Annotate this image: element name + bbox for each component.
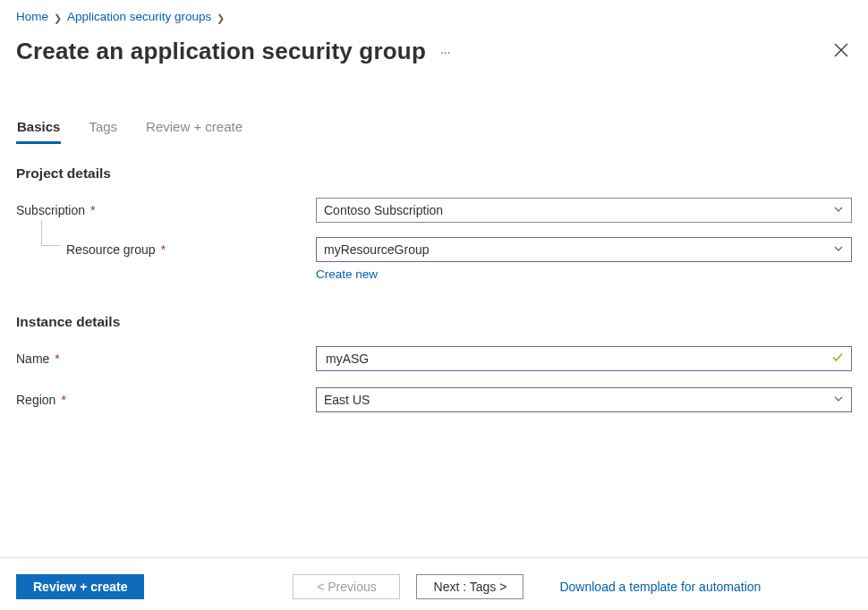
tree-connector-icon bbox=[41, 221, 61, 246]
required-asterisk: * bbox=[55, 352, 59, 366]
tab-bar: Basics Tags Review + create bbox=[16, 119, 852, 144]
subscription-value: Contoso Subscription bbox=[324, 203, 443, 217]
label-subscription: Subscription * bbox=[16, 198, 316, 223]
next-button[interactable]: Next : Tags > bbox=[416, 574, 523, 599]
chevron-down-icon bbox=[833, 242, 844, 257]
label-resource-group: Resource group * bbox=[16, 237, 316, 262]
create-new-resource-group-link[interactable]: Create new bbox=[316, 267, 378, 281]
tab-tags[interactable]: Tags bbox=[88, 119, 118, 144]
check-icon bbox=[831, 352, 844, 367]
page-title: Create an application security group bbox=[16, 38, 426, 65]
breadcrumb-home[interactable]: Home bbox=[16, 8, 48, 26]
subscription-dropdown[interactable]: Contoso Subscription bbox=[316, 198, 852, 223]
previous-button[interactable]: < Previous bbox=[293, 574, 400, 599]
download-template-link[interactable]: Download a template for automation bbox=[559, 580, 761, 594]
label-name-text: Name bbox=[16, 352, 49, 366]
name-input-wrapper bbox=[316, 346, 852, 371]
section-project-details: Project details bbox=[16, 165, 852, 182]
chevron-down-icon bbox=[833, 393, 844, 407]
chevron-down-icon bbox=[833, 203, 844, 217]
label-region-text: Region bbox=[16, 393, 55, 407]
section-instance-details: Instance details bbox=[16, 314, 852, 330]
chevron-right-icon: ❯ bbox=[54, 9, 62, 27]
footer-action-bar: Review + create < Previous Next : Tags >… bbox=[0, 557, 868, 610]
name-input[interactable] bbox=[324, 347, 844, 370]
label-name: Name * bbox=[16, 346, 316, 371]
close-icon bbox=[834, 43, 848, 57]
review-create-button[interactable]: Review + create bbox=[16, 574, 144, 599]
tab-basics[interactable]: Basics bbox=[16, 119, 61, 144]
label-region: Region * bbox=[16, 387, 316, 412]
resource-group-value: myResourceGroup bbox=[324, 242, 430, 257]
resource-group-dropdown[interactable]: myResourceGroup bbox=[316, 237, 852, 262]
label-subscription-text: Subscription bbox=[16, 203, 85, 217]
label-resource-group-text: Resource group bbox=[66, 242, 156, 257]
required-asterisk: * bbox=[90, 203, 95, 217]
close-button[interactable] bbox=[834, 43, 848, 61]
tab-review-create[interactable]: Review + create bbox=[145, 119, 243, 144]
breadcrumb-asg[interactable]: Application security groups bbox=[67, 8, 211, 26]
required-asterisk: * bbox=[161, 242, 166, 257]
region-value: East US bbox=[324, 393, 370, 407]
breadcrumb: Home ❯ Application security groups ❯ bbox=[16, 7, 852, 27]
required-asterisk: * bbox=[61, 393, 65, 407]
chevron-right-icon: ❯ bbox=[217, 9, 225, 27]
region-dropdown[interactable]: East US bbox=[316, 387, 852, 412]
more-actions-button[interactable]: ··· bbox=[440, 45, 451, 59]
